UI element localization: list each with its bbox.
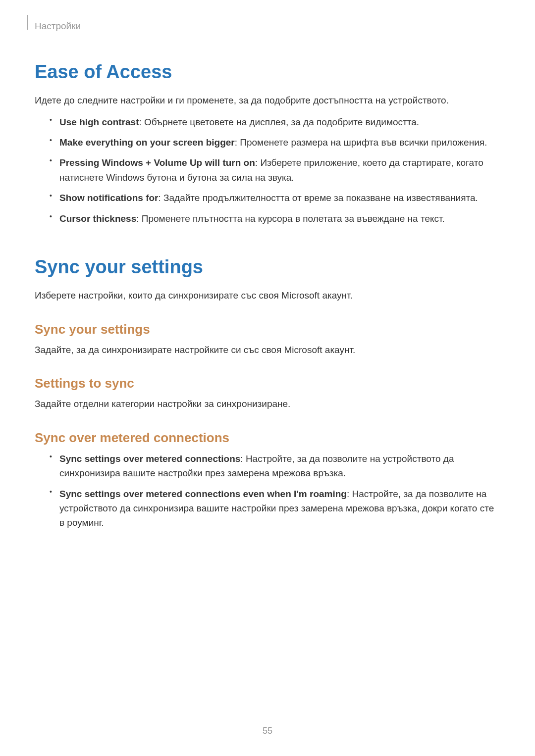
item-text: : Обърнете цветовете на дисплея, за да п…	[139, 117, 419, 127]
list-item: Sync settings over metered connections: …	[50, 452, 500, 481]
section-title-ease-of-access: Ease of Access	[35, 61, 500, 83]
subsection-settings-to-sync: Settings to sync	[35, 376, 500, 391]
list-item: Use high contrast: Обърнете цветовете на…	[50, 115, 500, 129]
metered-list: Sync settings over metered connections: …	[35, 452, 500, 530]
item-bold: Use high contrast	[59, 117, 139, 127]
item-bold: Pressing Windows + Volume Up will turn o…	[59, 157, 255, 168]
item-text: : Задайте продължителността от време за …	[159, 193, 478, 203]
list-item: Sync settings over metered connections e…	[50, 487, 500, 530]
item-bold: Sync settings over metered connections	[59, 454, 240, 464]
section-title-sync-settings: Sync your settings	[35, 256, 500, 278]
section2-intro: Изберете настройки, които да синхронизир…	[35, 289, 500, 303]
item-bold: Make everything on your screen bigger	[59, 137, 235, 148]
header-rule	[27, 15, 28, 30]
document-page: Настройки Ease of Access Идете до следни…	[0, 0, 535, 566]
list-item: Show notifications for: Задайте продължи…	[50, 191, 500, 205]
list-item: Make everything on your screen bigger: П…	[50, 135, 500, 150]
list-item: Pressing Windows + Volume Up will turn o…	[50, 155, 500, 185]
page-number: 55	[0, 726, 535, 736]
ease-of-access-list: Use high contrast: Обърнете цветовете на…	[35, 115, 500, 226]
list-item: Cursor thickness: Променете плътността н…	[50, 211, 500, 226]
subsection-sync-your-settings: Sync your settings	[35, 322, 500, 337]
item-text: : Променете размера на шрифта във всички…	[235, 137, 487, 148]
item-bold: Cursor thickness	[59, 213, 136, 224]
item-bold: Sync settings over metered connections e…	[59, 489, 347, 499]
item-bold: Show notifications for	[59, 193, 159, 203]
item-text: : Променете плътността на курсора в поле…	[136, 213, 445, 224]
sub2-desc: Задайте отделни категории настройки за с…	[35, 397, 500, 411]
sub1-desc: Задайте, за да синхронизирате настройкит…	[35, 343, 500, 357]
header-label: Настройки	[35, 21, 500, 32]
section1-intro: Идете до следните настройки и ги промене…	[35, 94, 500, 108]
subsection-sync-over-metered: Sync over metered connections	[35, 430, 500, 446]
